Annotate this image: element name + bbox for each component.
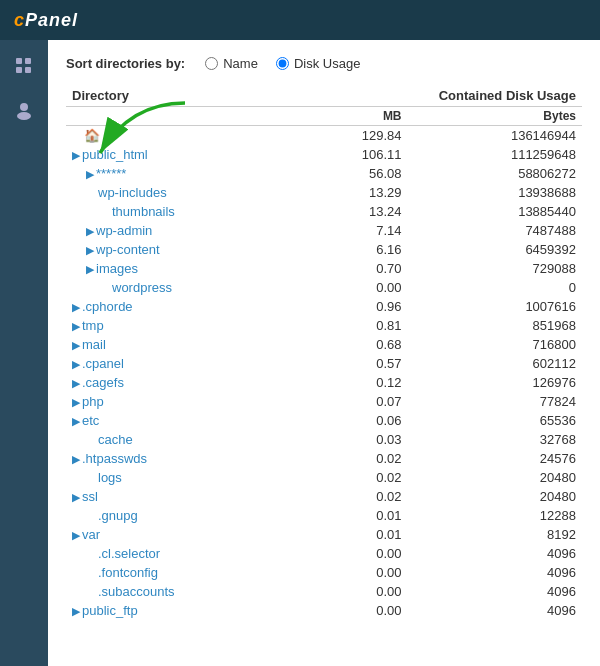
table-row: ▶ssl0.0220480 [66,487,582,506]
table-row: .fontconfig0.004096 [66,563,582,582]
mb-cell: 0.70 [290,259,407,278]
dir-link[interactable]: public_ftp [82,603,138,618]
dir-cell: ▶etc [66,411,290,430]
expand-icon[interactable]: ▶ [86,225,94,237]
dir-link[interactable]: logs [98,470,122,485]
table-row: ▶php0.0777824 [66,392,582,411]
expand-icon[interactable]: ▶ [72,491,80,503]
dir-link[interactable]: .gnupg [98,508,138,523]
dir-cell: ▶var [66,525,290,544]
sort-by-disk-option[interactable]: Disk Usage [276,56,360,71]
dir-link[interactable]: wp-content [96,242,160,257]
mb-cell: 13.24 [290,202,407,221]
expand-icon[interactable]: ▶ [86,263,94,275]
svg-rect-2 [16,67,22,73]
sort-disk-radio[interactable] [276,57,289,70]
directory-table: Directory Contained Disk Usage MB Bytes … [66,85,582,620]
sort-by-name-option[interactable]: Name [205,56,258,71]
dir-link[interactable]: cache [98,432,133,447]
bytes-cell: 851968 [408,316,582,335]
expand-icon[interactable]: ▶ [72,605,80,617]
mb-cell: 6.16 [290,240,407,259]
expand-icon[interactable]: ▶ [72,301,80,313]
bytes-cell: 58806272 [408,164,582,183]
dir-cell: ▶public_html [66,145,290,164]
dir-link[interactable]: .cagefs [82,375,124,390]
dir-link[interactable]: wp-admin [96,223,152,238]
dir-cell: ▶php [66,392,290,411]
dir-cell: logs [66,468,290,487]
mb-cell: 0.06 [290,411,407,430]
dir-link[interactable]: .fontconfig [98,565,158,580]
dir-link[interactable]: wp-includes [98,185,167,200]
svg-point-5 [17,112,31,120]
mb-cell: 0.00 [290,582,407,601]
dir-link[interactable]: ****** [96,166,126,181]
expand-icon[interactable]: ▶ [72,320,80,332]
dir-link[interactable]: thumbnails [112,204,175,219]
dir-link[interactable]: tmp [82,318,104,333]
dir-link[interactable]: .cpanel [82,356,124,371]
dir-link[interactable]: var [82,527,100,542]
table-row: ▶.cphorde0.961007616 [66,297,582,316]
dir-link[interactable]: etc [82,413,99,428]
dir-cell: .gnupg [66,506,290,525]
mb-cell: 0.02 [290,468,407,487]
col-mb: MB [290,107,407,126]
table-row: ▶******56.0858806272 [66,164,582,183]
dir-link[interactable]: .cl.selector [98,546,160,561]
dir-link[interactable]: ssl [82,489,98,504]
mb-cell: 0.81 [290,316,407,335]
mb-cell: 7.14 [290,221,407,240]
sort-name-radio[interactable] [205,57,218,70]
table-row: thumbnails13.2413885440 [66,202,582,221]
table-row: ▶.htpasswds0.0224576 [66,449,582,468]
dir-cell: wordpress [66,278,290,297]
dir-cell: ▶.cagefs [66,373,290,392]
sort-disk-label: Disk Usage [294,56,360,71]
grid-icon[interactable] [6,48,42,84]
expand-icon[interactable]: ▶ [72,529,80,541]
dir-link[interactable]: public_html [82,147,148,162]
table-row: 🏠 /129.84136146944 [66,126,582,146]
expand-icon[interactable]: ▶ [72,453,80,465]
dir-link[interactable]: .cphorde [82,299,133,314]
bytes-cell: 4096 [408,582,582,601]
mb-cell: 0.00 [290,278,407,297]
expand-icon[interactable]: ▶ [72,415,80,427]
bytes-cell: 126976 [408,373,582,392]
bytes-cell: 77824 [408,392,582,411]
table-row: ▶public_html106.11111259648 [66,145,582,164]
users-icon[interactable] [6,92,42,128]
dir-link[interactable]: php [82,394,104,409]
svg-rect-0 [16,58,22,64]
expand-icon[interactable]: ▶ [72,396,80,408]
bytes-cell: 12288 [408,506,582,525]
cpanel-logo-panel: Panel [25,10,78,30]
dir-link[interactable]: mail [82,337,106,352]
dir-link[interactable]: images [96,261,138,276]
mb-cell: 56.08 [290,164,407,183]
expand-icon[interactable]: ▶ [86,244,94,256]
bytes-cell: 13938688 [408,183,582,202]
bytes-cell: 716800 [408,335,582,354]
mb-cell: 0.57 [290,354,407,373]
table-row: .cl.selector0.004096 [66,544,582,563]
radio-group: Name Disk Usage [205,56,360,71]
dir-cell: cache [66,430,290,449]
dir-cell: ▶wp-admin [66,221,290,240]
mb-cell: 0.02 [290,487,407,506]
expand-icon[interactable]: ▶ [72,339,80,351]
dir-link[interactable]: .htpasswds [82,451,147,466]
expand-icon[interactable]: ▶ [72,377,80,389]
expand-icon[interactable]: ▶ [72,149,80,161]
table-row: ▶mail0.68716800 [66,335,582,354]
dir-link[interactable]: wordpress [112,280,172,295]
svg-rect-3 [25,67,31,73]
expand-icon[interactable]: ▶ [86,168,94,180]
dir-link-home[interactable]: 🏠 / [84,128,107,143]
sort-label: Sort directories by: [66,56,185,71]
expand-icon[interactable]: ▶ [72,358,80,370]
table-row: ▶tmp0.81851968 [66,316,582,335]
dir-link[interactable]: .subaccounts [98,584,175,599]
